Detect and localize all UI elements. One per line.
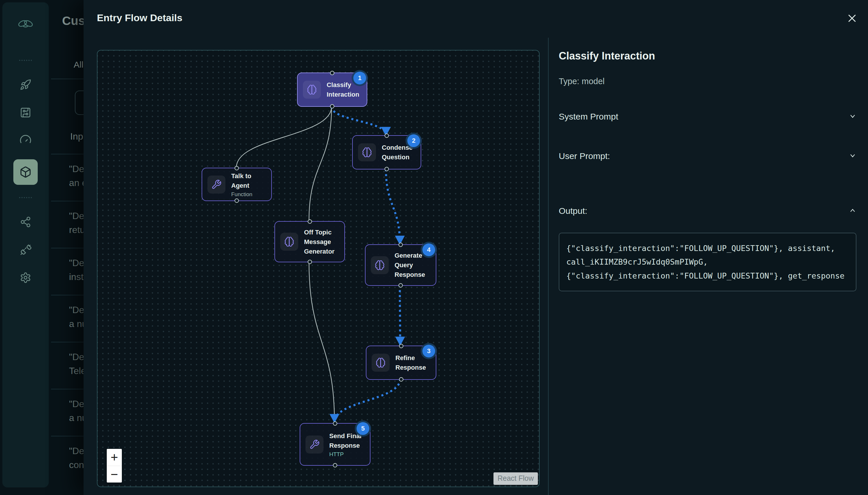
close-button[interactable] xyxy=(845,12,859,25)
section-label: User Prompt: xyxy=(559,151,610,161)
flow-node-refine-response[interactable]: 3 Refine Response xyxy=(366,345,436,380)
node-title: Classify Interaction xyxy=(327,80,359,99)
node-title: Refine Response xyxy=(395,353,426,372)
node-title: Generate Query Response xyxy=(395,251,425,279)
brain-icon xyxy=(303,81,321,99)
zoom-in-button[interactable]: + xyxy=(107,449,122,466)
flow-node-talk-to-agent[interactable]: Talk to Agent Function xyxy=(202,168,272,201)
execution-order-badge: 5 xyxy=(357,422,369,435)
node-handle[interactable] xyxy=(235,199,239,203)
node-handle[interactable] xyxy=(399,242,403,247)
node-handle[interactable] xyxy=(330,104,334,108)
chevron-down-icon xyxy=(848,112,857,122)
section-output[interactable]: Output: xyxy=(559,206,868,216)
sidebar-item-settings[interactable] xyxy=(13,268,38,287)
node-handle[interactable] xyxy=(330,71,334,75)
butterfly-logo-icon[interactable] xyxy=(16,15,35,34)
close-icon xyxy=(846,13,858,24)
wrench-icon xyxy=(306,436,324,454)
flow-node-off-topic-message-generator[interactable]: Off Topic Message Generator xyxy=(275,221,345,262)
modal-title: Entry Flow Details xyxy=(97,12,183,23)
node-handle[interactable] xyxy=(333,421,337,426)
canvas-zoom-controls: + − xyxy=(107,449,122,482)
chevron-down-icon xyxy=(848,151,857,161)
node-text: Talk to Agent Function xyxy=(231,171,267,198)
node-handle[interactable] xyxy=(333,463,337,467)
sidebar-divider xyxy=(19,197,32,198)
section-user-prompt[interactable]: User Prompt: xyxy=(559,151,868,161)
app-sidebar xyxy=(2,2,49,488)
node-title: Send Final Response xyxy=(329,431,362,450)
node-title: Talk to Agent xyxy=(231,171,267,190)
tab-all[interactable]: All xyxy=(74,60,83,70)
sidebar-item-rocket[interactable] xyxy=(13,75,38,94)
node-handle[interactable] xyxy=(308,219,312,224)
node-handle[interactable] xyxy=(399,283,403,288)
flow-node-generate-query-response[interactable]: 4 Generate Query Response xyxy=(365,244,436,286)
node-text: Generate Query Response xyxy=(395,251,425,279)
sidebar-item-flows[interactable] xyxy=(13,103,38,122)
brain-icon xyxy=(280,233,298,251)
flow-canvas[interactable]: 1 Classify Interaction 2 xyxy=(97,50,540,487)
node-subtitle: Function xyxy=(231,191,267,198)
brain-icon xyxy=(358,143,376,161)
sidebar-item-network[interactable] xyxy=(13,213,38,231)
entry-flow-details-modal: Entry Flow Details 1 xyxy=(84,0,868,495)
node-handle[interactable] xyxy=(308,260,312,264)
flow-node-send-final-response[interactable]: 5 Send Final Response HTTP xyxy=(300,423,370,466)
chevron-up-icon xyxy=(848,206,857,216)
panel-title: Classify Interaction xyxy=(559,50,868,62)
node-handle[interactable] xyxy=(399,344,403,348)
node-details-panel: Classify Interaction Type: model System … xyxy=(548,38,868,495)
zoom-out-button[interactable]: − xyxy=(107,466,122,482)
sidebar-divider xyxy=(19,60,32,61)
sidebar-item-plug[interactable] xyxy=(13,241,38,259)
node-title: Condense Question xyxy=(382,143,413,162)
flow-edges xyxy=(98,51,539,487)
page-title: Cus xyxy=(62,14,85,28)
node-handle[interactable] xyxy=(235,166,239,170)
node-handle[interactable] xyxy=(399,377,403,381)
node-text: Off Topic Message Generator xyxy=(304,227,334,256)
flow-node-classify-interaction[interactable]: 1 Classify Interaction xyxy=(297,72,367,107)
node-subtitle: HTTP xyxy=(329,451,362,458)
react-flow-attribution[interactable]: React Flow xyxy=(493,472,538,485)
node-text: Classify Interaction xyxy=(327,80,359,99)
execution-order-badge: 1 xyxy=(353,72,366,84)
execution-order-badge: 2 xyxy=(407,134,420,147)
wrench-icon xyxy=(207,175,225,193)
node-type-label: Type: model xyxy=(559,76,868,86)
execution-order-badge: 3 xyxy=(422,345,435,357)
flow-node-condense-question[interactable]: 2 Condense Question xyxy=(352,135,421,169)
section-label: Output: xyxy=(559,206,587,216)
execution-order-badge: 4 xyxy=(422,243,435,256)
node-text: Condense Question xyxy=(382,143,413,162)
node-handle[interactable] xyxy=(385,167,389,171)
section-system-prompt[interactable]: System Prompt xyxy=(559,112,868,122)
sidebar-item-packages[interactable] xyxy=(13,159,38,185)
brain-icon xyxy=(371,354,389,372)
brain-icon xyxy=(371,256,389,274)
node-title: Off Topic Message Generator xyxy=(304,227,334,256)
output-code-block: {"classify_interaction":"FOLLOW_UP_QUEST… xyxy=(559,233,856,291)
node-handle[interactable] xyxy=(385,134,389,138)
sidebar-item-dashboard[interactable] xyxy=(13,131,38,150)
section-label: System Prompt xyxy=(559,112,618,122)
node-text: Refine Response xyxy=(395,353,426,372)
node-text: Send Final Response HTTP xyxy=(329,431,362,458)
